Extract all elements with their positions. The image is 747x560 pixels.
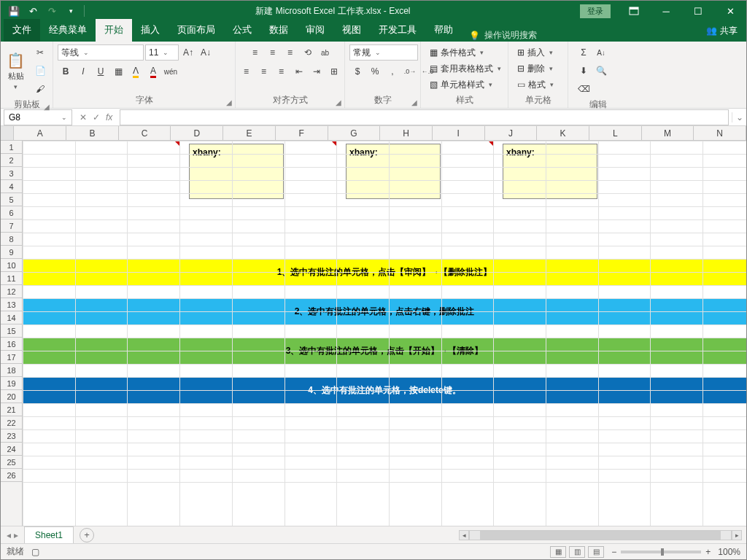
page-break-view-button[interactable]: ▤	[588, 546, 604, 558]
tab-dev[interactable]: 开发工具	[370, 19, 425, 42]
row-header[interactable]: 25	[1, 456, 22, 469]
tab-data[interactable]: 数据	[260, 19, 297, 42]
underline-button[interactable]: U	[93, 63, 109, 79]
align-right-button[interactable]: ≡	[274, 63, 290, 79]
zoom-slider[interactable]	[621, 551, 701, 553]
sheet-nav[interactable]: ◂▸	[1, 530, 24, 540]
scroll-right-icon[interactable]: ▸	[732, 530, 742, 540]
align-left-button[interactable]: ≡	[239, 63, 255, 79]
spreadsheet-grid[interactable]: ABCDEFGHIJKLMN 1234567891011121314151617…	[1, 126, 746, 526]
row-header[interactable]: 19	[1, 377, 22, 390]
row-header[interactable]: 24	[1, 443, 22, 456]
col-header[interactable]: K	[537, 126, 589, 140]
comment-indicator[interactable]	[331, 141, 336, 146]
dialog-launcher-icon[interactable]: ◢	[226, 98, 232, 106]
row-header[interactable]: 13	[1, 298, 22, 311]
format-cells-button[interactable]: ▭格式▾	[516, 78, 555, 92]
percent-button[interactable]: %	[367, 63, 383, 79]
tab-home[interactable]: 开始	[96, 19, 132, 42]
zoom-thumb[interactable]	[661, 548, 664, 556]
increase-decimal-button[interactable]: .0→	[402, 63, 418, 79]
page-layout-view-button[interactable]: ▥	[569, 546, 585, 558]
row-header[interactable]: 17	[1, 351, 22, 364]
row-header[interactable]: 9	[1, 246, 22, 259]
col-header[interactable]: D	[171, 126, 223, 140]
font-size-combo[interactable]: 11⌄	[145, 44, 179, 61]
border-button[interactable]: ▦	[110, 63, 126, 79]
bold-button[interactable]: B	[58, 63, 74, 79]
save-icon[interactable]: 💾	[7, 4, 21, 18]
row-header[interactable]: 20	[1, 390, 22, 403]
zoom-in-button[interactable]: +	[705, 547, 711, 557]
login-button[interactable]: 登录	[580, 4, 611, 18]
col-header[interactable]: G	[328, 126, 381, 140]
zoom-level[interactable]: 100%	[718, 547, 740, 557]
align-middle-button[interactable]: ≡	[265, 44, 281, 61]
cancel-icon[interactable]: ✕	[80, 112, 87, 122]
select-all-button[interactable]	[1, 126, 14, 140]
comment-popup[interactable]: xbany:	[346, 144, 441, 199]
col-header[interactable]: C	[119, 126, 171, 140]
autosum-button[interactable]: Σ	[576, 44, 592, 61]
formula-input[interactable]	[120, 109, 729, 125]
add-sheet-button[interactable]: +	[80, 528, 94, 542]
number-format-combo[interactable]: 常规⌄	[349, 44, 418, 61]
tell-me[interactable]: 💡操作说明搜索	[462, 29, 544, 42]
macro-record-icon[interactable]: ▢	[31, 547, 39, 557]
share-button[interactable]: 👥共享	[697, 20, 746, 42]
dialog-launcher-icon[interactable]: ◢	[44, 103, 50, 111]
row-header[interactable]: 1	[1, 141, 22, 154]
increase-font-button[interactable]: A↑	[180, 44, 196, 61]
font-color-button[interactable]: A	[145, 63, 161, 79]
prev-sheet-icon[interactable]: ◂	[7, 530, 11, 540]
wrap-text-button[interactable]: ab	[317, 44, 333, 61]
horizontal-scrollbar[interactable]: ◂ ▸	[94, 530, 746, 540]
row-header[interactable]: 26	[1, 469, 22, 482]
expand-formula-bar-icon[interactable]: ⌄	[732, 112, 746, 122]
next-sheet-icon[interactable]: ▸	[14, 530, 18, 540]
scroll-left-icon[interactable]: ◂	[459, 530, 469, 540]
decrease-font-button[interactable]: A↓	[198, 44, 214, 61]
align-bottom-button[interactable]: ≡	[282, 44, 298, 61]
increase-indent-button[interactable]: ⇥	[309, 63, 325, 79]
insert-cells-button[interactable]: ⊞插入▾	[516, 46, 555, 60]
normal-view-button[interactable]: ▦	[550, 546, 566, 558]
phonetic-button[interactable]: wén	[163, 63, 179, 79]
minimize-button[interactable]: ─	[650, 1, 682, 21]
comment-popup[interactable]: xbany:	[189, 144, 284, 199]
row-header[interactable]: 14	[1, 311, 22, 324]
tab-review[interactable]: 审阅	[297, 19, 333, 42]
name-box[interactable]: G8⌄	[4, 109, 72, 125]
fill-button[interactable]: ⬇	[576, 63, 592, 79]
row-header[interactable]: 5	[1, 193, 22, 206]
fx-icon[interactable]: fx	[106, 112, 112, 122]
col-header[interactable]: I	[433, 126, 485, 140]
row-header[interactable]: 11	[1, 272, 22, 285]
row-header[interactable]: 3	[1, 167, 22, 180]
accounting-button[interactable]: $	[349, 63, 365, 79]
redo-icon[interactable]: ↷	[44, 4, 59, 18]
align-center-button[interactable]: ≡	[256, 63, 272, 79]
col-header[interactable]: F	[276, 126, 328, 140]
align-top-button[interactable]: ≡	[247, 44, 263, 61]
ribbon-options-icon[interactable]	[618, 1, 650, 21]
row-header[interactable]: 23	[1, 429, 22, 443]
row-header[interactable]: 2	[1, 154, 22, 167]
conditional-format-button[interactable]: ▦条件格式▾	[428, 46, 503, 60]
col-header[interactable]: N	[694, 126, 746, 140]
tab-help[interactable]: 帮助	[425, 19, 462, 42]
comma-button[interactable]: ,	[384, 63, 400, 79]
qat-customize-icon[interactable]: ▾	[63, 4, 78, 18]
col-header[interactable]: L	[589, 126, 642, 140]
row-header[interactable]: 21	[1, 403, 22, 416]
dialog-launcher-icon[interactable]: ◢	[336, 98, 341, 106]
col-header[interactable]: M	[642, 126, 694, 140]
sort-filter-button[interactable]: A↓	[593, 44, 609, 61]
row-header[interactable]: 16	[1, 338, 22, 351]
italic-button[interactable]: I	[75, 63, 91, 79]
maximize-button[interactable]: ☐	[682, 1, 714, 21]
cut-button[interactable]: ✂	[32, 44, 48, 61]
tab-insert[interactable]: 插入	[132, 19, 169, 42]
cell-style-button[interactable]: ▧单元格样式▾	[428, 78, 503, 92]
row-header[interactable]: 15	[1, 324, 22, 338]
